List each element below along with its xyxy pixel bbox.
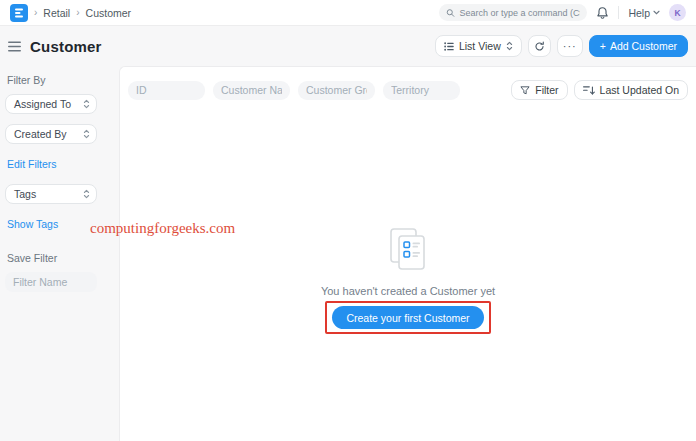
page-header: Customer List View	[0, 26, 696, 66]
avatar-initial: K	[674, 8, 680, 18]
save-filter-label: Save Filter	[7, 252, 114, 264]
navbar-divider	[618, 6, 619, 19]
add-customer-button[interactable]: + Add Customer	[589, 35, 688, 57]
funnel-icon	[520, 86, 530, 95]
select-chevrons-icon	[83, 129, 90, 139]
erpnext-logo-icon[interactable]	[10, 4, 28, 22]
logo-glyph	[13, 7, 25, 19]
chevron-right-icon: ›	[34, 7, 37, 18]
navbar-right: Help K	[439, 4, 686, 21]
list-sidebar: Filter By Assigned To Created By Edit Fi…	[0, 66, 119, 441]
view-switcher-button[interactable]: List View	[435, 35, 522, 57]
filter-name-input[interactable]	[5, 272, 97, 292]
sort-button[interactable]: Last Updated On	[574, 80, 688, 100]
toolbar-right: Filter Last Updated On	[511, 80, 688, 100]
search-icon	[446, 8, 455, 18]
select-chevrons-icon	[506, 41, 513, 51]
id-filter-input[interactable]	[128, 81, 205, 100]
breadcrumb: › Retail › Customer	[34, 7, 131, 19]
territory-filter-input[interactable]	[383, 81, 460, 100]
sidebar-toggle-icon[interactable]	[8, 41, 21, 52]
sort-descending-icon	[583, 85, 595, 96]
edit-filters-link[interactable]: Edit Filters	[7, 158, 57, 170]
navbar-left: › Retail › Customer	[10, 4, 131, 22]
select-chevrons-icon	[83, 189, 90, 199]
search-input[interactable]	[459, 8, 580, 18]
tags-label: Tags	[14, 188, 36, 200]
tags-select[interactable]: Tags	[5, 184, 97, 204]
red-highlight-annotation: Create your first Customer	[325, 301, 490, 334]
erpnext-customer-list-window: › Retail › Customer Help	[0, 0, 696, 441]
add-customer-label: Add Customer	[610, 40, 677, 52]
chevron-down-icon	[653, 10, 660, 15]
help-menu[interactable]: Help	[628, 7, 660, 19]
empty-state-message: You haven't created a Customer yet	[321, 285, 495, 297]
help-label: Help	[628, 7, 650, 19]
refresh-button[interactable]	[528, 35, 551, 57]
customer-name-filter-input[interactable]	[213, 81, 290, 100]
create-first-customer-button[interactable]: Create your first Customer	[332, 306, 483, 329]
page-header-actions: List View ··· + Add Customer	[435, 35, 688, 57]
global-search[interactable]	[439, 4, 587, 21]
list-toolbar: Filter Last Updated On	[120, 80, 696, 100]
breadcrumb-item-customer[interactable]: Customer	[86, 7, 132, 19]
filter-by-label: Filter By	[7, 74, 114, 86]
assigned-to-label: Assigned To	[14, 98, 71, 110]
show-tags-link[interactable]: Show Tags	[7, 218, 58, 230]
menu-button[interactable]: ···	[557, 35, 583, 57]
customer-group-filter-input[interactable]	[298, 81, 375, 100]
refresh-icon	[534, 41, 545, 52]
filter-button-label: Filter	[535, 84, 558, 96]
assigned-to-select[interactable]: Assigned To	[5, 94, 97, 114]
empty-state: You haven't created a Customer yet Creat…	[120, 227, 696, 334]
chevron-right-icon: ›	[76, 7, 79, 18]
sort-button-label: Last Updated On	[600, 84, 679, 96]
bell-icon[interactable]	[596, 6, 609, 20]
created-by-label: Created By	[14, 128, 67, 140]
filter-button[interactable]: Filter	[511, 80, 567, 100]
ellipsis-icon: ···	[563, 41, 577, 52]
select-chevrons-icon	[83, 99, 90, 109]
plus-icon: +	[600, 40, 606, 52]
created-by-select[interactable]: Created By	[5, 124, 97, 144]
page-header-left: Customer	[8, 38, 102, 55]
column-filters	[128, 81, 460, 100]
navbar: › Retail › Customer Help	[0, 0, 696, 26]
list-view-panel: Filter Last Updated On	[119, 66, 696, 441]
view-switcher-label: List View	[459, 40, 501, 52]
user-avatar[interactable]: K	[669, 4, 686, 21]
breadcrumb-item-retail[interactable]: Retail	[43, 7, 70, 19]
empty-documents-icon	[383, 227, 433, 275]
list-view-icon	[444, 42, 454, 51]
page-title: Customer	[30, 38, 102, 55]
